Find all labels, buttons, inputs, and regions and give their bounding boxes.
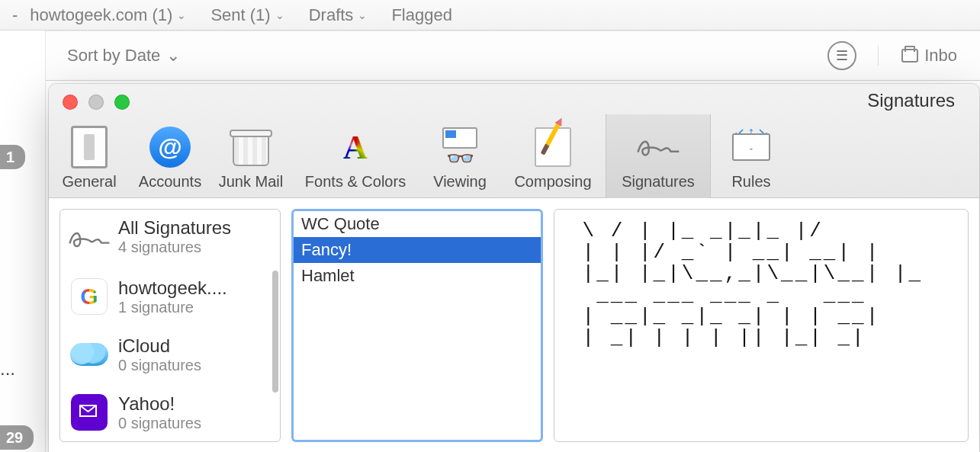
account-name: Yahoo! [118, 393, 201, 415]
tab-signatures[interactable]: Signatures [606, 114, 711, 198]
mailbox-tab-howtogeek[interactable]: howtogeek.com (1) ⌄ [18, 0, 198, 30]
icloud-icon [68, 333, 111, 376]
mailbox-tab-drafts[interactable]: Drafts ⌄ [297, 0, 380, 30]
sort-by-label: Sort by Date [67, 46, 160, 66]
chevron-down-icon: ⌄ [275, 9, 284, 21]
inbox-button[interactable]: Inbo [878, 46, 957, 66]
accounts-icon: @ [148, 126, 192, 168]
signature-item-selected[interactable]: Fancy! [294, 237, 541, 263]
account-item-google[interactable]: G howtogeek.... 1 signature [60, 268, 280, 325]
tab-accounts[interactable]: @ Accounts [130, 114, 210, 198]
signature-icon [68, 217, 111, 260]
preferences-body: All Signatures 4 signatures G howtogeek.… [49, 198, 979, 452]
filter-button[interactable]: ☰ [827, 41, 856, 70]
account-signature-count: 0 signatures [118, 415, 201, 432]
account-name: iCloud [118, 335, 201, 357]
account-signature-count: 0 signatures [118, 357, 201, 374]
general-icon [67, 126, 111, 168]
signature-icon [636, 126, 680, 168]
tab-rules[interactable]: ↙↑↘ Rules [711, 114, 792, 198]
chevron-down-icon: ⌄ [177, 9, 186, 21]
unread-badge: 29 [0, 425, 34, 450]
accounts-list[interactable]: All Signatures 4 signatures G howtogeek.… [59, 209, 281, 442]
sidebar-item-truncated: ... [0, 358, 15, 380]
account-name: All Signatures [118, 217, 231, 239]
unread-badge: 1 [0, 145, 25, 169]
sort-by-dropdown[interactable]: Sort by Date ⌄ [67, 46, 180, 66]
sidebar-edge: 1 ... 29 [0, 30, 46, 452]
compose-icon [531, 126, 575, 168]
signature-item[interactable]: WC Quote [294, 211, 541, 237]
preferences-tabs: General @ Accounts Junk Mail A Fonts & C… [49, 114, 792, 197]
signature-item[interactable]: Hamlet [294, 263, 541, 289]
mailbox-tab-flagged[interactable]: Flagged [379, 0, 464, 30]
minimize-button[interactable] [88, 95, 104, 110]
preferences-titlebar: Signatures General @ Accounts Junk Mail … [49, 84, 979, 198]
mailbox-tab-label: Flagged [391, 5, 452, 25]
trash-icon [229, 126, 273, 168]
preferences-title: Signatures [867, 90, 955, 111]
tab-fonts-colors[interactable]: A Fonts & Colors [291, 114, 419, 198]
message-list-toolbar: Sort by Date ⌄ ☰ Inbo [46, 30, 980, 81]
yahoo-icon [68, 391, 111, 434]
signature-names-list[interactable]: WC Quote Fancy! Hamlet [291, 209, 543, 442]
chevron-down-icon: ⌄ [358, 9, 367, 21]
chevron-down-icon: ⌄ [166, 46, 180, 66]
fonts-icon: A [333, 126, 378, 168]
tab-viewing[interactable]: 👓 Viewing [419, 114, 500, 198]
inbox-label: Inbo [924, 46, 957, 66]
tab-general[interactable]: General [49, 114, 130, 198]
mailbox-tabs-bar: - howtogeek.com (1) ⌄ Sent (1) ⌄ Drafts … [0, 0, 980, 30]
signature-preview-content: \ / | |_ _|_|_ |/ | | |/ _` | __| __| | … [568, 220, 954, 348]
mailbox-tab-label: howtogeek.com (1) [30, 5, 172, 25]
folder-icon [901, 49, 918, 63]
account-signature-count: 1 signature [118, 299, 227, 316]
signature-preview[interactable]: \ / | |_ _|_|_ |/ | | |/ _` | __| __| | … [554, 209, 969, 442]
account-item-all-signatures[interactable]: All Signatures 4 signatures [60, 210, 280, 268]
account-signature-count: 4 signatures [118, 239, 231, 256]
account-name: howtogeek.... [118, 277, 227, 299]
mailbox-tab-sent[interactable]: Sent (1) ⌄ [198, 0, 296, 30]
tab-composing[interactable]: Composing [500, 114, 606, 198]
scrollbar-thumb[interactable] [272, 271, 278, 393]
preferences-window: Signatures General @ Accounts Junk Mail … [49, 84, 979, 452]
close-button[interactable] [63, 95, 78, 110]
tab-junk-mail[interactable]: Junk Mail [210, 114, 291, 198]
google-icon: G [68, 275, 111, 318]
account-item-yahoo[interactable]: Yahoo! 0 signatures [60, 383, 280, 441]
mailbox-tab-label: Sent (1) [210, 5, 270, 25]
rules-icon: ↙↑↘ [729, 126, 773, 168]
window-controls [63, 95, 130, 110]
mailbox-tab-label: Drafts [309, 5, 354, 25]
account-item-icloud[interactable]: iCloud 0 signatures [60, 325, 280, 383]
viewing-icon: 👓 [438, 126, 482, 168]
zoom-button[interactable] [114, 95, 130, 110]
filter-icon: ☰ [836, 47, 848, 64]
